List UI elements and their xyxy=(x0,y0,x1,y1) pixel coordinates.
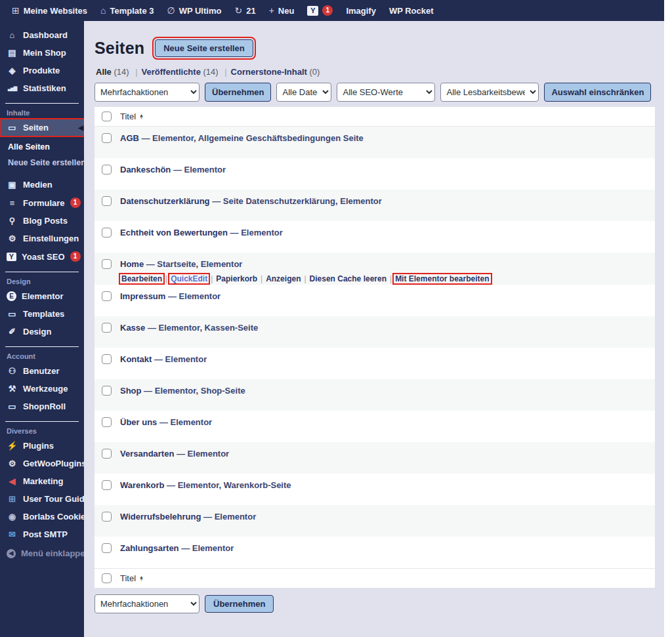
column-header-title[interactable]: Titel ▲▼ xyxy=(120,112,144,121)
select-all-checkbox[interactable] xyxy=(102,112,112,121)
page-title-link[interactable]: Kontakt xyxy=(120,354,152,364)
row-title: Impressum — Elementor xyxy=(120,291,220,302)
sidebar-item-borlabs-cookie[interactable]: ◉Borlabs Cookie xyxy=(0,508,84,525)
sidebar-item-medien[interactable]: ▣Medien xyxy=(0,176,84,194)
new-page-button[interactable]: Neue Seite erstellen xyxy=(155,39,253,57)
row-checkbox[interactable] xyxy=(102,417,112,427)
apply-button[interactable]: Übernehmen xyxy=(205,83,271,102)
row-checkbox[interactable] xyxy=(102,291,112,301)
sidebar-collapse-menu[interactable]: ◀Menü einklappen xyxy=(0,545,84,562)
sidebar-item-label: Medien xyxy=(23,180,52,190)
page-title-link[interactable]: Echtheit von Bewertungen xyxy=(120,228,228,237)
row-checkbox[interactable] xyxy=(102,449,112,459)
filter-count: (14) xyxy=(112,67,131,77)
sidebar-item-yoast-seo[interactable]: YYoast SEO1 xyxy=(0,247,84,266)
table-row: Home — Startseite, ElementorBearbeiten|Q… xyxy=(94,253,655,285)
page-title-link[interactable]: Widerrufsbelehrung xyxy=(120,512,201,522)
readability-filter-select[interactable]: Alle Lesbarkeitsbewertu xyxy=(440,83,539,102)
row-checkbox[interactable] xyxy=(102,543,112,553)
sidebar-item-einstellungen[interactable]: ⚙Einstellungen xyxy=(0,230,84,247)
filter-button[interactable]: Auswahl einschränken xyxy=(544,83,651,102)
sidebar-item-formulare[interactable]: ≡Formulare1 xyxy=(0,194,84,212)
sidebar-subitem-alle-seiten[interactable]: Alle Seiten xyxy=(0,139,84,155)
row-checkbox[interactable] xyxy=(102,165,112,175)
sidebar-item-benutzer[interactable]: ⚇Benutzer xyxy=(0,362,84,380)
admin-bar-item-updates[interactable]: ↻21 xyxy=(228,0,262,21)
sidebar-item-label: GetWooPlugins xyxy=(23,459,87,468)
sidebar-item-mein-shop[interactable]: ▤Mein Shop xyxy=(0,44,84,62)
row-checkbox[interactable] xyxy=(102,196,112,206)
row-actions: Bearbeiten|QuickEdit|Papierkorb|Anzeigen… xyxy=(120,273,491,285)
sidebar-item-shopnroll[interactable]: ▭ShopnRoll xyxy=(0,398,84,415)
sidebar-item-elementor[interactable]: EElementor xyxy=(0,287,84,305)
sidebar-item-post-smtp[interactable]: ✉Post SMTP xyxy=(0,525,84,543)
page-title-link[interactable]: Impressum xyxy=(120,291,165,301)
row-checkbox[interactable] xyxy=(102,259,112,269)
sidebar-item-statistiken[interactable]: ▃▅▇Statistiken xyxy=(0,79,84,97)
row-title-cell: Widerrufsbelehrung — Elementor xyxy=(120,511,256,522)
sidebar-item-werkzeuge[interactable]: ⚒Werkzeuge xyxy=(0,380,84,398)
gear-icon: ⚙ xyxy=(7,459,18,468)
row-title-cell: Impressum — Elementor xyxy=(120,291,220,302)
table-row: Datenschutzerklärung — Seite Datenschutz… xyxy=(94,190,655,221)
apply-button-bottom[interactable]: Übernehmen xyxy=(205,595,274,613)
sidebar-item-marketing[interactable]: ◀Marketing xyxy=(0,472,84,490)
page-post-state: — Elementor xyxy=(165,291,220,301)
page-title-link[interactable]: Warenkorb xyxy=(120,480,164,490)
page-title-link[interactable]: Über uns xyxy=(120,417,157,427)
row-checkbox[interactable] xyxy=(102,512,112,522)
sidebar-item-plugins[interactable]: ⚡Plugins xyxy=(0,437,84,455)
bulk-actions-select-bottom[interactable]: Mehrfachaktionen xyxy=(94,594,200,613)
row-action-diesen-cache-leeren[interactable]: Diesen Cache leeren xyxy=(308,274,388,283)
page-title-link[interactable]: Kasse xyxy=(120,323,145,333)
sidebar-item-templates[interactable]: ▭Templates xyxy=(0,305,84,323)
select-all-checkbox-bottom[interactable] xyxy=(102,573,112,583)
row-action-papierkorb[interactable]: Papierkorb xyxy=(215,274,259,283)
row-checkbox[interactable] xyxy=(102,354,112,364)
sidebar-item-design[interactable]: ✐Design xyxy=(0,323,84,340)
page-title-link[interactable]: Zahlungsarten xyxy=(120,543,179,553)
admin-bar-item-imagify[interactable]: Imagify xyxy=(339,0,383,21)
sidebar-item-dashboard[interactable]: ⌂Dashboard xyxy=(0,26,84,44)
page-title-link[interactable]: Shop xyxy=(120,386,142,396)
sidebar-item-label: Mein Shop xyxy=(23,48,66,58)
filter-link-ver-ffentlichte[interactable]: Veröffentlichte xyxy=(142,67,201,77)
row-action-bearbeiten[interactable]: Bearbeiten xyxy=(120,274,163,283)
sidebar-item-seiten[interactable]: ▭Seiten◀ xyxy=(0,119,84,136)
sidebar-subitem-neue-seite-erstellen[interactable]: Neue Seite erstellen xyxy=(0,155,84,171)
page-title-link[interactable]: Datenschutzerklärung xyxy=(120,196,210,206)
row-checkbox[interactable] xyxy=(102,480,112,490)
admin-bar-item-template-3[interactable]: ⌂Template 3 xyxy=(94,0,160,21)
admin-bar-item-new-content[interactable]: +Neu xyxy=(262,0,301,21)
column-footer-title[interactable]: Titel ▲▼ xyxy=(120,573,144,583)
sidebar-item-label: Seiten xyxy=(23,123,49,133)
row-checkbox[interactable] xyxy=(102,386,112,396)
row-checkbox[interactable] xyxy=(102,323,112,333)
row-action-quickedit[interactable]: QuickEdit xyxy=(169,274,209,283)
page-title-link[interactable]: AGB xyxy=(120,133,139,143)
dates-filter-select[interactable]: Alle Daten xyxy=(276,83,331,102)
sidebar-item-user-tour-guide[interactable]: ⊞User Tour Guide xyxy=(0,490,84,508)
sidebar-item-blog-posts[interactable]: ⚲Blog Posts xyxy=(0,212,84,230)
bulk-actions-select[interactable]: Mehrfachaktionen xyxy=(94,83,200,102)
row-checkbox[interactable] xyxy=(102,133,112,143)
admin-bar-item-wp-ultimo[interactable]: ∅WP Ultimo xyxy=(160,0,228,21)
filter-link-alle[interactable]: Alle xyxy=(96,67,112,77)
row-action-mit-elementor-bearbeiten[interactable]: Mit Elementor bearbeiten xyxy=(394,274,490,283)
page-post-state: — Elementor, Shop-Seite xyxy=(142,386,245,396)
page-title-link[interactable]: Home xyxy=(120,259,144,269)
action-separator: | xyxy=(390,274,392,283)
row-checkbox[interactable] xyxy=(102,228,112,237)
collapse-label: Menü einklappen xyxy=(21,548,90,558)
page-title-link[interactable]: Dankeschön xyxy=(120,165,171,175)
sidebar-item-label: Elementor xyxy=(22,291,64,301)
page-title-link[interactable]: Versandarten xyxy=(120,449,174,459)
admin-bar-item-yoast[interactable]: Y1 xyxy=(301,0,339,21)
seo-filter-select[interactable]: Alle SEO-Werte xyxy=(337,83,435,102)
sidebar-item-getwooplugins[interactable]: ⚙GetWooPlugins xyxy=(0,455,84,472)
sidebar-item-produkte[interactable]: ◈Produkte xyxy=(0,62,84,79)
filter-link-cornerstone-inhalt[interactable]: Cornerstone-Inhalt xyxy=(231,67,307,77)
admin-bar-item-meine-websites[interactable]: ⊞Meine Websites xyxy=(5,0,94,21)
admin-bar-item-wp-rocket[interactable]: WP Rocket xyxy=(383,0,440,21)
row-action-anzeigen[interactable]: Anzeigen xyxy=(264,274,302,283)
